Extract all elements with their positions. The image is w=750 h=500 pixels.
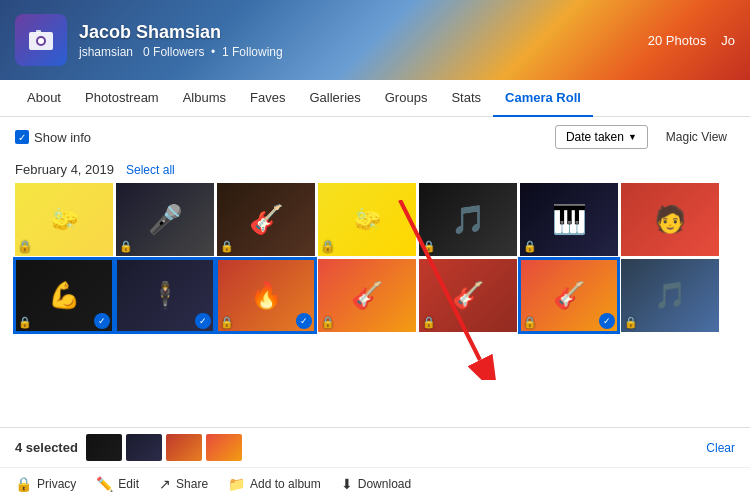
show-info-checkbox[interactable]: Show info (15, 130, 91, 145)
lock-icon: 🔒 (523, 240, 537, 253)
photo-thumb[interactable]: 🎸 🔒 (318, 259, 416, 332)
following-count[interactable]: 1 Following (222, 45, 283, 59)
svg-rect-3 (36, 30, 41, 33)
toolbar: Show info Date taken ▼ Magic View (0, 117, 750, 157)
nav-albums[interactable]: Albums (171, 80, 238, 117)
photo-thumb[interactable]: 🧽 🔒 (318, 183, 416, 256)
edit-icon: ✏️ (96, 476, 113, 492)
join-label: Jo (721, 33, 735, 48)
photo-row-1: 🧽 🔒 🎤 🔒 🎸 🔒 🧽 🔒 🎵 🔒 🎹 🔒 🧑 (15, 183, 735, 256)
album-icon: 📁 (228, 476, 245, 492)
lock-icon: 🔒 (422, 240, 436, 253)
profile-info: Jacob Shamsian jshamsian 0 Followers • 1… (79, 22, 283, 59)
profile-banner: Jacob Shamsian jshamsian 0 Followers • 1… (0, 0, 750, 80)
lock-icon: 🔒 (15, 476, 32, 492)
nav-groups[interactable]: Groups (373, 80, 440, 117)
show-info-label: Show info (34, 130, 91, 145)
download-icon: ⬇ (341, 476, 353, 492)
mini-thumb (206, 434, 242, 461)
nav-about[interactable]: About (15, 80, 73, 117)
checkbox-icon (15, 130, 29, 144)
profile-name: Jacob Shamsian (79, 22, 283, 43)
svg-point-2 (38, 38, 44, 44)
username: jshamsian (79, 45, 133, 59)
date-taken-button[interactable]: Date taken ▼ (555, 125, 648, 149)
add-to-album-button[interactable]: 📁 Add to album (228, 476, 321, 492)
selected-check: ✓ (195, 313, 211, 329)
selected-bar: 4 selected Clear (0, 428, 750, 468)
lock-icon: 🔒 (220, 316, 234, 329)
photo-row-2: 💪 🔒 ✓ 🕴 ✓ 🔥 🔒 ✓ 🎸 🔒 🎸 🔒 🎸 🔒 ✓ 🎵 (15, 259, 735, 332)
share-button[interactable]: ↗ Share (159, 476, 208, 492)
selected-check: ✓ (94, 313, 110, 329)
lock-icon: 🔒 (18, 316, 32, 329)
followers-count[interactable]: 0 Followers (143, 45, 204, 59)
photo-thumb[interactable]: 🎹 🔒 (520, 183, 618, 256)
avatar (15, 14, 67, 66)
nav-camera-roll[interactable]: Camera Roll (493, 80, 593, 117)
mini-thumb (126, 434, 162, 461)
lock-icon: 🔒 (422, 316, 436, 329)
nav-stats[interactable]: Stats (439, 80, 493, 117)
clear-button[interactable]: Clear (706, 441, 735, 455)
photos-section: February 4, 2019 Select all 🧽 🔒 🎤 🔒 🎸 🔒 … (0, 157, 750, 340)
photo-thumb[interactable]: 🧽 🔒 (15, 183, 113, 256)
selected-count: 4 selected (15, 440, 78, 455)
photo-thumb[interactable]: 💪 🔒 ✓ (15, 259, 113, 332)
mini-thumb (166, 434, 202, 461)
lock-icon: 🔒 (523, 316, 537, 329)
photo-count: 20 Photos (648, 33, 707, 48)
photo-thumb[interactable]: 🧑 (621, 183, 719, 256)
nav-faves[interactable]: Faves (238, 80, 297, 117)
nav-galleries[interactable]: Galleries (297, 80, 372, 117)
nav-bar: About Photostream Albums Faves Galleries… (0, 80, 750, 117)
bottom-bar: 4 selected Clear 🔒 Privacy ✏️ Edit ↗ Sha… (0, 427, 750, 500)
lock-icon: 🔒 (321, 240, 335, 253)
download-button[interactable]: ⬇ Download (341, 476, 411, 492)
chevron-down-icon: ▼ (628, 132, 637, 142)
photo-thumb[interactable]: 🎵 🔒 (621, 259, 719, 332)
selected-check: ✓ (296, 313, 312, 329)
select-all-button[interactable]: Select all (126, 163, 175, 177)
lock-icon: 🔒 (321, 316, 335, 329)
lock-icon: 🔒 (18, 240, 32, 253)
lock-icon: 🔒 (220, 240, 234, 253)
photo-thumb[interactable]: 🎵 🔒 (419, 183, 517, 256)
date-header: February 4, 2019 Select all (15, 162, 735, 177)
header-right: 20 Photos Jo (648, 33, 735, 48)
photo-thumb[interactable]: 🎸 🔒 (419, 259, 517, 332)
edit-button[interactable]: ✏️ Edit (96, 476, 139, 492)
selected-thumbnails (86, 434, 242, 461)
magic-view-button[interactable]: Magic View (658, 126, 735, 148)
photo-thumb[interactable]: 🎸 🔒 (217, 183, 315, 256)
photo-thumb[interactable]: 🎸 🔒 ✓ (520, 259, 618, 332)
profile-meta: jshamsian 0 Followers • 1 Following (79, 45, 283, 59)
share-icon: ↗ (159, 476, 171, 492)
selected-check: ✓ (599, 313, 615, 329)
action-bar: 🔒 Privacy ✏️ Edit ↗ Share 📁 Add to album… (0, 468, 750, 500)
date-label: February 4, 2019 (15, 162, 114, 177)
mini-thumb (86, 434, 122, 461)
privacy-button[interactable]: 🔒 Privacy (15, 476, 76, 492)
lock-icon: 🔒 (624, 316, 638, 329)
photo-thumb[interactable]: 🕴 ✓ (116, 259, 214, 332)
lock-icon: 🔒 (119, 240, 133, 253)
photo-thumb[interactable]: 🎤 🔒 (116, 183, 214, 256)
nav-photostream[interactable]: Photostream (73, 80, 171, 117)
photo-thumb[interactable]: 🔥 🔒 ✓ (217, 259, 315, 332)
